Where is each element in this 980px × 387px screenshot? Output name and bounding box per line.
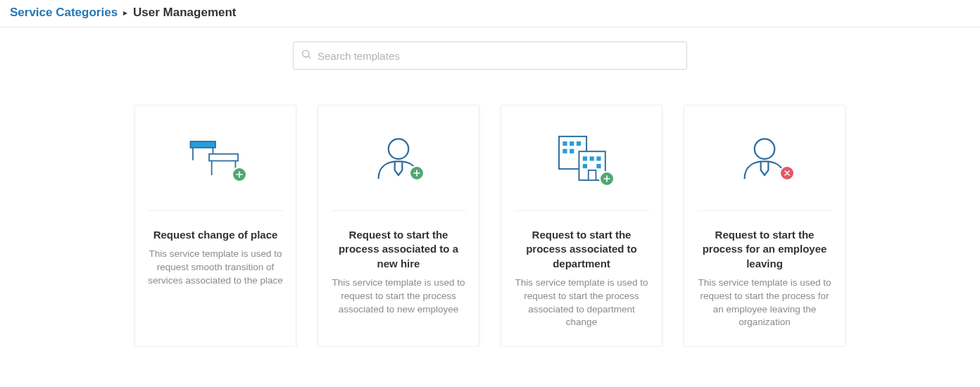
svg-point-22 (755, 139, 774, 158)
svg-rect-14 (570, 148, 574, 153)
plus-badge-icon (232, 167, 247, 182)
card-description: This service template is used to request… (514, 277, 649, 330)
svg-rect-19 (583, 164, 587, 168)
breadcrumb: Service Categories ▸ User Management (0, 0, 980, 27)
svg-line-1 (308, 56, 310, 58)
breadcrumb-link-root[interactable]: Service Categories (10, 6, 118, 20)
search-input[interactable] (318, 50, 679, 62)
chevron-right-icon: ▸ (123, 8, 127, 18)
svg-rect-20 (596, 164, 601, 168)
plus-badge-icon (599, 171, 615, 186)
svg-point-0 (303, 51, 309, 57)
svg-rect-5 (209, 153, 238, 160)
svg-rect-18 (596, 156, 601, 160)
svg-point-8 (389, 139, 408, 158)
plus-badge-icon (409, 165, 425, 181)
cards-row: Request change of place This service tem… (0, 70, 980, 347)
search-wrap (0, 27, 980, 70)
svg-rect-10 (563, 141, 567, 146)
svg-rect-21 (589, 170, 596, 179)
svg-rect-16 (583, 156, 587, 160)
x-badge-icon (779, 165, 795, 181)
buildings-icon (550, 130, 613, 186)
card-department[interactable]: Request to start the process associated … (501, 105, 662, 347)
card-change-of-place[interactable]: Request change of place This service tem… (134, 105, 296, 347)
svg-rect-17 (590, 156, 594, 160)
breadcrumb-current: User Management (133, 6, 236, 20)
search-box[interactable] (293, 42, 687, 70)
card-icon-area (514, 106, 649, 211)
card-title: Request to start the process associated … (514, 228, 649, 271)
card-employee-leaving[interactable]: Request to start the process for an empl… (684, 105, 846, 347)
card-new-hire[interactable]: Request to start the process associated … (318, 105, 479, 347)
person-icon (367, 130, 430, 186)
svg-rect-11 (570, 141, 574, 146)
card-title: Request change of place (148, 228, 283, 242)
card-description: This service template is used to request… (148, 248, 283, 288)
card-icon-area (148, 106, 283, 211)
card-icon-area (697, 106, 832, 211)
card-description: This service template is used to request… (331, 277, 466, 317)
svg-rect-2 (190, 141, 215, 148)
card-title: Request to start the process associated … (331, 228, 466, 271)
card-title: Request to start the process for an empl… (697, 228, 832, 271)
card-description: This service template is used to request… (697, 277, 832, 330)
svg-rect-13 (563, 148, 567, 153)
search-icon (301, 49, 312, 63)
desks-icon (184, 130, 247, 186)
svg-rect-12 (577, 141, 581, 146)
person-icon (733, 130, 796, 186)
card-icon-area (331, 106, 466, 211)
